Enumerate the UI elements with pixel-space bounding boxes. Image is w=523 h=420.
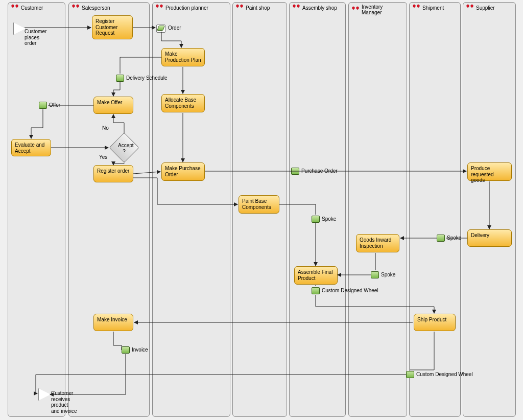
decision-yes-label: Yes bbox=[99, 154, 107, 160]
end-event-label: Customer receives product and invoice bbox=[51, 390, 77, 414]
artifact-purchase-order bbox=[291, 168, 299, 175]
role-icon bbox=[292, 4, 300, 11]
lane-inventory-manager: Inventory Manager bbox=[348, 2, 407, 417]
start-event-label: Customer places order bbox=[25, 29, 46, 46]
role-icon bbox=[155, 4, 163, 11]
lane-head: Shipment bbox=[410, 3, 460, 13]
box-make-invoice: Make Invoice bbox=[93, 314, 133, 331]
lane-assembly-shop: Assembly shop bbox=[289, 2, 346, 417]
box-make-production-plan: Make Production Plan bbox=[161, 48, 205, 66]
lane-head: Customer bbox=[8, 3, 65, 13]
artifact-spoke-1-label: Spoke bbox=[322, 216, 336, 222]
box-evaluate-and-accept: Evaluate and Accept bbox=[11, 139, 51, 156]
lane-head: Production planner bbox=[153, 3, 230, 13]
box-goods-inward-inspection: Goods Inward Inspection bbox=[356, 234, 399, 252]
artifact-order-label: Order bbox=[168, 25, 181, 31]
role-icon bbox=[235, 4, 244, 11]
lane-salesperson: Salesperson bbox=[68, 2, 150, 417]
artifact-delivery-schedule bbox=[116, 75, 124, 82]
lane-head: Assembly shop bbox=[290, 3, 345, 13]
lane-head: Paint shop bbox=[233, 3, 287, 13]
lane-title: Customer bbox=[21, 5, 43, 11]
artifact-custom-wheel-label: Custom Designed Wheel bbox=[322, 288, 378, 293]
box-paint-base-components: Paint Base Components bbox=[239, 195, 279, 214]
role-icon bbox=[72, 4, 80, 11]
diagram-canvas: Customer Salesperson Production planner … bbox=[0, 0, 523, 420]
box-delivery: Delivery bbox=[467, 229, 512, 247]
lane-customer: Customer bbox=[8, 2, 65, 417]
artifact-spoke-2 bbox=[437, 235, 445, 242]
lane-title: Shipment bbox=[422, 5, 444, 11]
lane-shipment: Shipment bbox=[409, 2, 461, 417]
lane-head: Supplier bbox=[463, 3, 515, 13]
box-produce-requested-goods: Produce requested goods bbox=[467, 162, 512, 181]
artifact-offer bbox=[39, 102, 47, 109]
artifact-spoke-1 bbox=[312, 216, 320, 223]
lane-title: Production planner bbox=[165, 5, 208, 11]
box-ship-product: Ship Product bbox=[414, 314, 456, 331]
artifact-spoke-2-label: Spoke bbox=[447, 235, 461, 241]
lane-supplier: Supplier bbox=[463, 2, 516, 417]
artifact-delivery-schedule-label: Delivery Schedule bbox=[126, 75, 168, 81]
lane-head: Inventory Manager bbox=[349, 3, 407, 17]
box-make-purchase-order: Make Purchase Order bbox=[161, 162, 205, 181]
box-assemble-final-product: Assemble Final Product bbox=[294, 266, 338, 285]
artifact-invoice bbox=[122, 346, 130, 354]
artifact-purchase-order-label: Purchase Order bbox=[301, 168, 338, 174]
role-icon bbox=[11, 4, 19, 11]
artifact-offer-label: Offer bbox=[49, 102, 60, 108]
lane-title: Assembly shop bbox=[302, 5, 337, 11]
artifact-spoke-3-label: Spoke bbox=[381, 272, 395, 277]
lane-title: Paint shop bbox=[246, 5, 270, 11]
box-allocate-base-components: Allocate Base Components bbox=[161, 94, 205, 112]
artifact-custom-wheel-2 bbox=[406, 371, 414, 378]
box-register-order: Register order bbox=[93, 165, 133, 182]
role-icon bbox=[412, 4, 420, 11]
decision-no-label: No bbox=[102, 125, 109, 131]
lane-title: Inventory Manager bbox=[362, 4, 404, 15]
artifact-spoke-3 bbox=[371, 271, 379, 278]
lane-title: Salesperson bbox=[82, 5, 110, 11]
lane-title: Supplier bbox=[476, 5, 495, 11]
artifact-invoice-label: Invoice bbox=[132, 347, 148, 353]
box-make-offer: Make Offer bbox=[93, 97, 133, 114]
artifact-custom-wheel bbox=[312, 287, 320, 294]
lane-head: Salesperson bbox=[69, 3, 149, 13]
role-icon bbox=[351, 6, 360, 13]
artifact-custom-wheel-2-label: Custom Designed Wheel bbox=[416, 371, 473, 377]
box-register-customer-request: Register Customer Request bbox=[92, 15, 133, 39]
decision-label: Accept ? bbox=[118, 143, 130, 154]
role-icon bbox=[466, 4, 474, 11]
